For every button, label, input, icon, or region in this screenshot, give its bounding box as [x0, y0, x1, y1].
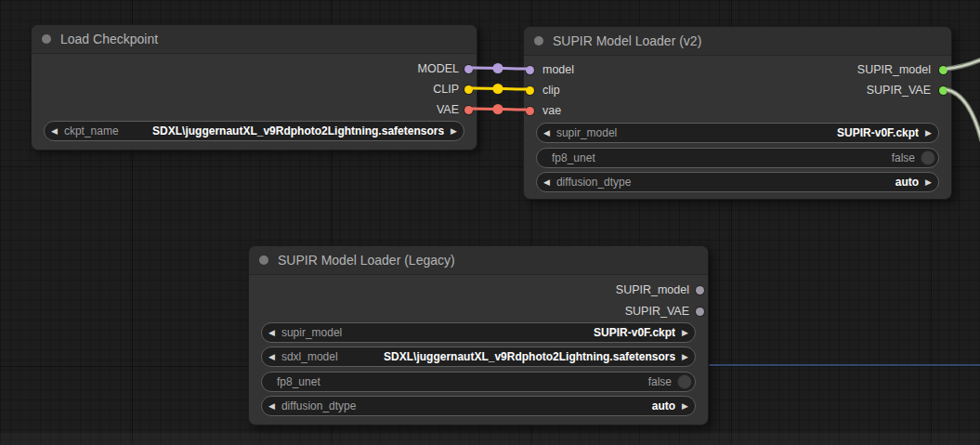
widget-value: false — [595, 151, 915, 164]
combo-right-arrow-icon[interactable]: ▶ — [675, 323, 695, 342]
input-slot-model-dot[interactable] — [526, 66, 534, 74]
input-slot-label: model — [542, 63, 574, 76]
widget-value: SDXL\juggernautXL_v9Rdphoto2Lightning.sa… — [338, 350, 675, 363]
output-slot-supir-vae[interactable]: SUPIR_VAE — [625, 303, 708, 320]
node-collapse-dot-icon[interactable] — [534, 36, 543, 46]
output-slot-clip[interactable]: CLIP — [433, 81, 477, 98]
node-supir-model-loader-v2[interactable]: SUPIR Model Loader (v2) model clip vae S… — [523, 26, 952, 200]
output-slot-label: CLIP — [433, 83, 459, 96]
widget-diffusion-dtype[interactable]: ◀ diffusion_dtype auto ▶ — [261, 396, 696, 416]
widget-name: sdxl_model — [281, 350, 338, 363]
node-title-text: SUPIR Model Loader (Legacy) — [278, 253, 455, 268]
toggle-knob-icon[interactable] — [677, 374, 692, 389]
output-slot-supir-vae-dot[interactable] — [696, 308, 704, 316]
link-clip-midpoint-dot[interactable] — [493, 84, 503, 94]
combo-right-arrow-icon[interactable]: ▶ — [919, 124, 938, 142]
widget-supir-model[interactable]: ◀ supir_model SUPIR-v0F.ckpt ▶ — [261, 322, 696, 343]
node-graph-canvas[interactable]: Load Checkpoint MODEL CLIP VAE ◀ ckpt_na… — [0, 0, 980, 445]
combo-left-arrow-icon[interactable]: ◀ — [262, 323, 281, 342]
link-vae-midpoint-dot[interactable] — [493, 104, 503, 114]
combo-left-arrow-icon[interactable]: ◀ — [537, 124, 556, 142]
widget-name: ckpt_name — [64, 124, 119, 137]
input-slot-clip-dot[interactable] — [526, 86, 534, 95]
output-slot-supir-vae-dot[interactable] — [939, 86, 947, 95]
node-title-text: Load Checkpoint — [60, 32, 158, 46]
widget-name: diffusion_dtype — [281, 399, 357, 412]
input-slot-vae-dot[interactable] — [526, 107, 534, 115]
output-slot-supir-vae[interactable]: SUPIR_VAE — [867, 82, 951, 98]
input-slot-vae[interactable]: vae — [524, 102, 561, 119]
output-slot-supir-model-dot[interactable] — [696, 286, 704, 294]
widget-name: supir_model — [556, 126, 617, 139]
widget-name: diffusion_dtype — [556, 176, 632, 189]
output-slot-supir-model[interactable]: SUPIR_model — [616, 281, 708, 298]
combo-left-arrow-icon[interactable]: ◀ — [262, 397, 281, 415]
output-slot-model-dot[interactable] — [464, 65, 473, 73]
combo-left-arrow-icon[interactable]: ◀ — [537, 173, 556, 191]
combo-right-arrow-icon[interactable]: ▶ — [675, 347, 695, 366]
input-slot-label: vae — [542, 104, 561, 117]
node-title-text: SUPIR Model Loader (v2) — [553, 33, 701, 48]
output-slot-label: SUPIR_VAE — [867, 84, 931, 97]
output-slot-label: SUPIR_model — [616, 283, 689, 296]
widget-supir-model[interactable]: ◀ supir_model SUPIR-v0F.ckpt ▶ — [536, 123, 939, 143]
link-model-midpoint-dot[interactable] — [493, 63, 503, 73]
input-slot-model[interactable]: model — [524, 61, 574, 78]
widget-value: false — [320, 375, 672, 388]
widget-value: SDXL\juggernautXL_v9Rdphoto2Lightning.sa… — [119, 124, 444, 137]
node-title-bar[interactable]: SUPIR Model Loader (Legacy) — [249, 246, 708, 275]
input-slot-clip[interactable]: clip — [524, 82, 560, 98]
output-slot-vae[interactable]: VAE — [437, 101, 477, 118]
widget-diffusion-dtype[interactable]: ◀ diffusion_dtype auto ▶ — [536, 172, 939, 192]
toggle-knob-icon[interactable] — [921, 151, 935, 165]
widget-value: auto — [356, 399, 675, 412]
output-slot-label: SUPIR_VAE — [625, 305, 689, 318]
canvas-edge-band — [0, 433, 980, 445]
widget-fp8-unet[interactable]: fp8_unet false — [261, 372, 696, 392]
output-slot-supir-model[interactable]: SUPIR_model — [857, 61, 951, 78]
output-slot-supir-model-dot[interactable] — [939, 66, 947, 74]
output-slot-model[interactable]: MODEL — [418, 60, 477, 77]
widget-value: auto — [631, 176, 919, 189]
widget-value: SUPIR-v0F.ckpt — [342, 326, 675, 339]
node-supir-model-loader-legacy[interactable]: SUPIR Model Loader (Legacy) SUPIR_model … — [248, 245, 709, 425]
combo-right-arrow-icon[interactable]: ▶ — [675, 397, 695, 415]
combo-right-arrow-icon[interactable]: ▶ — [444, 122, 464, 140]
output-slot-clip-dot[interactable] — [464, 85, 473, 94]
widget-name: fp8_unet — [277, 375, 320, 388]
node-title-bar[interactable]: Load Checkpoint — [32, 25, 477, 54]
output-slot-vae-dot[interactable] — [464, 106, 473, 114]
widget-ckpt-name[interactable]: ◀ ckpt_name SDXL\juggernautXL_v9Rdphoto2… — [44, 121, 464, 141]
combo-left-arrow-icon[interactable]: ◀ — [45, 122, 64, 140]
widget-value: SUPIR-v0F.ckpt — [617, 126, 919, 139]
node-title-bar[interactable]: SUPIR Model Loader (v2) — [524, 27, 951, 56]
input-slot-label: clip — [542, 84, 560, 97]
output-slot-label: VAE — [437, 103, 459, 116]
output-slot-label: SUPIR_model — [857, 63, 931, 76]
node-collapse-dot-icon[interactable] — [259, 255, 268, 265]
widget-fp8-unet[interactable]: fp8_unet false — [536, 148, 939, 168]
widget-name: fp8_unet — [552, 151, 595, 164]
widget-name: supir_model — [281, 326, 342, 339]
combo-right-arrow-icon[interactable]: ▶ — [919, 173, 938, 191]
combo-left-arrow-icon[interactable]: ◀ — [262, 347, 281, 366]
node-collapse-dot-icon[interactable] — [42, 34, 51, 44]
output-slot-label: MODEL — [418, 62, 459, 75]
widget-sdxl-model[interactable]: ◀ sdxl_model SDXL\juggernautXL_v9Rdphoto… — [261, 347, 696, 367]
node-load-checkpoint[interactable]: Load Checkpoint MODEL CLIP VAE ◀ ckpt_na… — [31, 24, 477, 151]
